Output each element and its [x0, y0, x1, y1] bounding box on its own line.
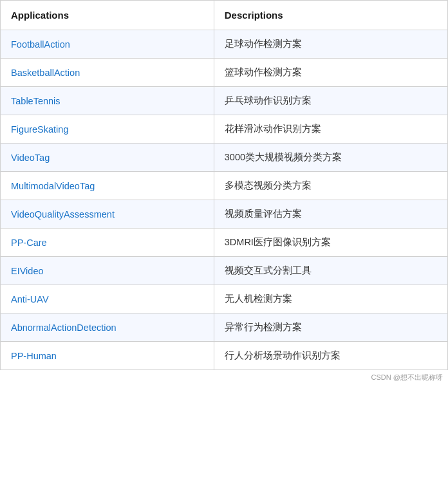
- table-row: AbnormalActionDetection异常行为检测方案: [1, 313, 448, 342]
- app-name-cell: TableTennis: [1, 87, 214, 115]
- table-row: BasketballAction篮球动作检测方案: [1, 59, 448, 87]
- app-name-cell: MultimodalVideoTag: [1, 172, 214, 200]
- app-link[interactable]: PP-Human: [11, 351, 57, 361]
- description-cell: 多模态视频分类方案: [214, 172, 447, 200]
- description-cell: 行人分析场景动作识别方案: [214, 342, 447, 370]
- description-cell: 花样滑冰动作识别方案: [214, 115, 447, 144]
- app-link[interactable]: FigureSkating: [11, 124, 68, 135]
- app-name-cell: FigureSkating: [1, 115, 214, 144]
- app-link[interactable]: EIVideo: [11, 266, 44, 276]
- app-name-cell: EIVideo: [1, 257, 214, 285]
- app-link[interactable]: Anti-UAV: [11, 294, 49, 304]
- table-row: PP-Human行人分析场景动作识别方案: [1, 342, 448, 370]
- app-name-cell: BasketballAction: [1, 59, 214, 87]
- app-name-cell: AbnormalActionDetection: [1, 313, 214, 342]
- app-link[interactable]: AbnormalActionDetection: [11, 323, 117, 333]
- table-row: Anti-UAV无人机检测方案: [1, 285, 448, 313]
- app-name-cell: FootballAction: [1, 30, 214, 59]
- app-name-cell: VideoQualityAssessment: [1, 200, 214, 229]
- app-link[interactable]: VideoTag: [11, 153, 50, 163]
- table-row: VideoQualityAssessment视频质量评估方案: [1, 200, 448, 229]
- table-row: PP-Care3DMRI医疗图像识别方案: [1, 229, 448, 257]
- description-cell: 异常行为检测方案: [214, 313, 447, 342]
- app-link[interactable]: VideoQualityAssessment: [11, 209, 115, 220]
- table-row: EIVideo视频交互式分割工具: [1, 257, 448, 285]
- description-cell: 视频质量评估方案: [214, 200, 447, 229]
- app-name-cell: Anti-UAV: [1, 285, 214, 313]
- app-link[interactable]: MultimodalVideoTag: [11, 181, 95, 191]
- table-row: FootballAction足球动作检测方案: [1, 30, 448, 59]
- table-row: TableTennis乒乓球动作识别方案: [1, 87, 448, 115]
- applications-table: Applications Descriptions FootballAction…: [0, 0, 448, 370]
- description-cell: 乒乓球动作识别方案: [214, 87, 447, 115]
- app-link[interactable]: PP-Care: [11, 238, 47, 248]
- app-name-cell: PP-Care: [1, 229, 214, 257]
- app-link[interactable]: TableTennis: [11, 96, 61, 106]
- description-cell: 足球动作检测方案: [214, 30, 447, 59]
- watermark-text: CSDN @想不出昵称呀: [0, 370, 448, 385]
- app-link[interactable]: FootballAction: [11, 39, 70, 50]
- table-row: FigureSkating花样滑冰动作识别方案: [1, 115, 448, 144]
- description-cell: 3DMRI医疗图像识别方案: [214, 229, 447, 257]
- app-name-cell: VideoTag: [1, 144, 214, 172]
- description-cell: 3000类大规模视频分类方案: [214, 144, 447, 172]
- col-header-applications: Applications: [1, 1, 214, 30]
- table-row: MultimodalVideoTag多模态视频分类方案: [1, 172, 448, 200]
- description-cell: 篮球动作检测方案: [214, 59, 447, 87]
- description-cell: 无人机检测方案: [214, 285, 447, 313]
- app-name-cell: PP-Human: [1, 342, 214, 370]
- app-link[interactable]: BasketballAction: [11, 68, 80, 78]
- description-cell: 视频交互式分割工具: [214, 257, 447, 285]
- col-header-descriptions: Descriptions: [214, 1, 447, 30]
- table-row: VideoTag3000类大规模视频分类方案: [1, 144, 448, 172]
